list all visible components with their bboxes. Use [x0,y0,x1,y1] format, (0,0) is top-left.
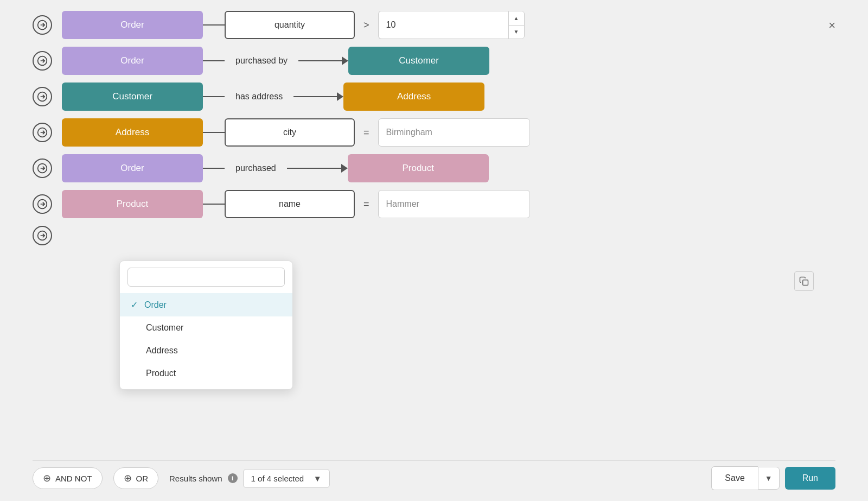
dropdown-item-customer[interactable]: Customer [120,316,292,339]
query-area: Order quantity > ▲ ▼ × Order [33,11,835,455]
and-not-section: ⊕ AND NOT [33,467,103,489]
arrow-2 [342,56,348,65]
entity-order-1[interactable]: Order [62,11,203,39]
row-icon-1[interactable] [33,15,52,35]
dropdown-item-address[interactable]: Address [120,339,292,362]
dropdown-search-input[interactable] [127,268,285,287]
arrow-5 [341,164,348,173]
connector-3b [293,96,337,97]
bottom-bar: ⊕ AND NOT ⊕ OR Results shown i 1 of 4 se… [33,460,835,490]
connector-5b [287,168,341,169]
spinner-down-1[interactable]: ▼ [509,26,524,39]
row-icon-5[interactable] [33,158,52,178]
table-row: Address city = [33,118,835,147]
row-icon-6[interactable] [33,194,52,214]
dropdown-item-product-label: Product [146,369,176,378]
entity-address-3[interactable]: Address [343,83,484,111]
or-button[interactable]: ⊕ OR [113,467,159,489]
relation-text-3: has address [225,92,293,102]
results-label: Results shown [169,474,222,483]
entity-order-5[interactable]: Order [62,154,203,182]
and-not-button[interactable]: ⊕ AND NOT [33,467,103,489]
arrow-3 [337,92,343,101]
value-group-1: ▲ ▼ [378,11,525,39]
connector-6 [203,204,225,205]
table-row: Order purchased by Customer [33,47,835,75]
main-container: Order quantity > ▲ ▼ × Order [0,0,868,501]
check-icon-order: ✓ [131,300,138,310]
table-row: Product name = [33,190,835,218]
relation-box-1[interactable]: quantity [225,11,355,39]
results-section: Results shown i 1 of 4 selected ▼ [169,469,330,488]
connector-1 [203,24,225,26]
entity-order-2[interactable]: Order [62,47,203,75]
connector-3a [203,96,225,97]
entity-product-6[interactable]: Product [62,190,203,218]
and-not-label: AND NOT [55,474,92,483]
spinner-up-1[interactable]: ▲ [509,11,524,26]
dropdown-item-order[interactable]: ✓ Order [120,293,292,316]
value-input-6[interactable] [378,190,530,218]
results-select[interactable]: 1 of 4 selected ▼ [243,469,330,488]
or-label: OR [136,474,149,483]
svg-rect-7 [803,280,808,286]
entity-customer-2[interactable]: Customer [348,47,489,75]
relation-text-2: purchased by [225,56,298,66]
entity-customer-3[interactable]: Customer [62,83,203,111]
chevron-down-icon: ▼ [314,474,322,483]
connector-2b [298,60,342,61]
plus-icon-and: ⊕ [43,472,51,484]
table-row: Customer has address Address [33,83,835,111]
connector-4 [203,132,225,133]
bottom-right-controls: Save ▼ Run [711,466,835,490]
search-wrap: 🔍 [127,268,285,287]
connector-2a [203,60,225,61]
dropdown-item-product[interactable]: Product [120,362,292,385]
dropdown-search-area: 🔍 [120,261,292,293]
save-button[interactable]: Save [711,466,757,490]
relation-text-5: purchased [225,163,287,173]
row-icon-2[interactable] [33,51,52,71]
row-icon-4[interactable] [33,123,52,142]
run-button[interactable]: Run [785,467,835,490]
entity-dropdown: 🔍 ✓ Order Customer Address Product [119,261,293,390]
row-icon-3[interactable] [33,87,52,106]
copy-button[interactable] [794,271,814,291]
connector-5a [203,168,225,169]
value-input-4[interactable] [378,118,530,147]
dropdown-item-customer-label: Customer [146,323,183,333]
row-icon-7[interactable] [33,226,52,245]
table-row-empty [33,226,835,245]
relation-box-6[interactable]: name [225,190,355,218]
table-row: Order quantity > ▲ ▼ × [33,11,835,39]
info-icon[interactable]: i [228,473,238,483]
entity-address-4[interactable]: Address [62,118,203,147]
results-selected-value: 1 of 4 selected [251,474,304,483]
table-row: Order purchased Product [33,154,835,182]
plus-icon-or: ⊕ [124,472,132,484]
operator-6: = [355,199,378,210]
operator-4: = [355,127,378,138]
entity-product-5[interactable]: Product [348,154,489,182]
close-row-1[interactable]: × [828,18,835,33]
operator-1: > [355,20,378,31]
dropdown-item-address-label: Address [146,346,178,356]
bottom-left-controls: ⊕ AND NOT ⊕ OR Results shown i 1 of 4 se… [33,467,330,489]
value-input-1[interactable] [378,11,508,39]
save-dropdown-button[interactable]: ▼ [758,467,780,490]
spinner-1: ▲ ▼ [508,11,525,39]
dropdown-item-order-label: Order [144,300,167,310]
relation-box-4[interactable]: city [225,118,355,147]
